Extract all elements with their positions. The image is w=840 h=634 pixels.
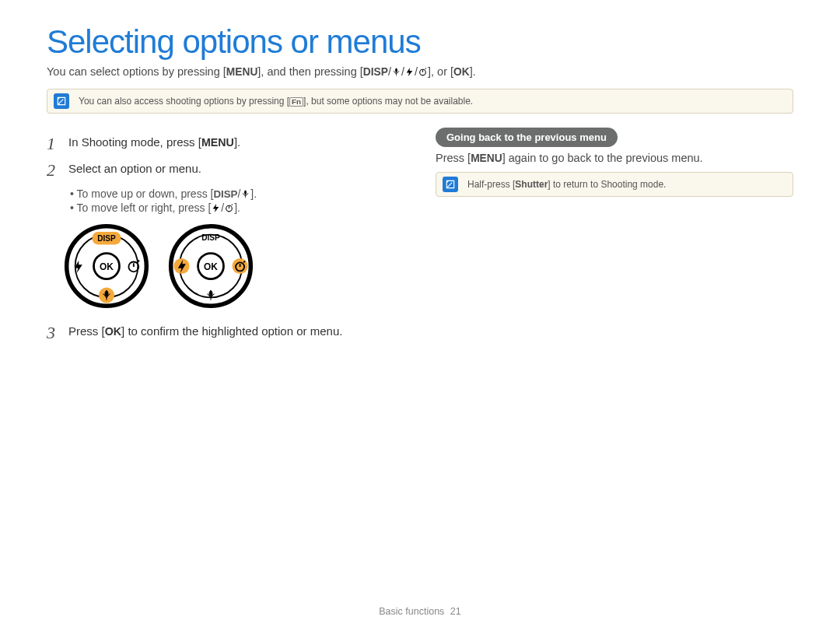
step-number: 1 bbox=[47, 134, 62, 154]
step-text: ]. bbox=[234, 135, 240, 149]
step-body: Press [OK] to confirm the highlighted op… bbox=[68, 323, 342, 343]
note-box: Half-press [Shutter] to return to Shooti… bbox=[436, 172, 793, 197]
footer-section: Basic functions bbox=[379, 606, 444, 617]
intro-text: You can select options by pressing [ bbox=[47, 65, 226, 78]
macro-icon bbox=[240, 187, 250, 200]
menu-key: MENU bbox=[226, 66, 258, 78]
shutter-key: Shutter bbox=[515, 179, 548, 190]
right-paragraph: Press [MENU] again to go back to the pre… bbox=[436, 152, 793, 164]
fn-key: Fn bbox=[289, 97, 303, 107]
subsection-heading: Going back to the previous menu bbox=[436, 128, 618, 147]
dial-horizontal: DISP OK bbox=[168, 223, 254, 309]
step-2: 2 Select an option or menu. bbox=[47, 160, 404, 180]
substep: To move up or down, press [DISP/]. bbox=[70, 187, 404, 200]
note-icon bbox=[443, 177, 458, 192]
sub-text: ]. bbox=[234, 201, 240, 214]
note-text: Half-press [ bbox=[467, 179, 515, 190]
step-3: 3 Press [OK] to confirm the highlighted … bbox=[47, 323, 404, 343]
ok-key: OK bbox=[105, 325, 121, 338]
step-body: In Shooting mode, press [MENU]. bbox=[68, 134, 240, 154]
step-text: In Shooting mode, press [ bbox=[68, 135, 201, 149]
step-body: Select an option or menu. bbox=[68, 160, 201, 180]
intro-text: ], or [ bbox=[428, 65, 453, 78]
timer-icon bbox=[224, 201, 234, 214]
sub-text: To move up or down, press [ bbox=[77, 187, 214, 200]
step-1: 1 In Shooting mode, press [MENU]. bbox=[47, 134, 404, 154]
disp-label: DISP bbox=[201, 233, 220, 242]
ok-label: OK bbox=[204, 261, 218, 271]
disp-label: DISP bbox=[97, 234, 116, 243]
flash-icon bbox=[404, 65, 415, 78]
ok-key: OK bbox=[453, 66, 470, 78]
note-text: ], but some options may not be available… bbox=[303, 96, 473, 107]
menu-key: MENU bbox=[201, 136, 234, 149]
sub-text: To move left or right, press [ bbox=[77, 201, 212, 214]
dial-vertical: DISP OK bbox=[64, 223, 149, 309]
macro-icon bbox=[391, 65, 401, 78]
note-text: You can also access shooting options by … bbox=[79, 96, 289, 107]
dial-illustrations: DISP OK bbox=[64, 223, 404, 309]
right-column: Going back to the previous menu Press [M… bbox=[436, 128, 793, 349]
disp-key: DISP bbox=[213, 188, 237, 200]
step-text: ] to confirm the highlighted option or m… bbox=[121, 324, 342, 338]
disp-key: DISP bbox=[363, 66, 388, 78]
right-text: ] again to go back to the previous menu. bbox=[502, 152, 703, 164]
ok-label: OK bbox=[100, 261, 114, 271]
timer-icon bbox=[418, 65, 428, 78]
right-text: Press [ bbox=[436, 152, 471, 164]
note-box: You can also access shooting options by … bbox=[47, 89, 793, 114]
flash-icon bbox=[211, 201, 221, 214]
intro-text: ], and then pressing [ bbox=[257, 65, 362, 78]
step-number: 3 bbox=[47, 323, 62, 343]
step-text: Press [ bbox=[68, 324, 105, 338]
substep: To move left or right, press [/]. bbox=[70, 201, 404, 214]
page-footer: Basic functions 21 bbox=[0, 606, 840, 617]
page-title: Selecting options or menus bbox=[47, 23, 793, 61]
note-text: ] to return to Shooting mode. bbox=[548, 179, 666, 190]
substep-list: To move up or down, press [DISP/]. To mo… bbox=[70, 187, 404, 214]
footer-page-number: 21 bbox=[450, 606, 461, 617]
manual-page: Selecting options or menus You can selec… bbox=[0, 0, 840, 634]
menu-key: MENU bbox=[471, 152, 502, 164]
left-column: 1 In Shooting mode, press [MENU]. 2 Sele… bbox=[47, 128, 404, 349]
intro-text: ]. bbox=[470, 65, 476, 78]
step-number: 2 bbox=[47, 160, 62, 180]
note-icon bbox=[54, 93, 69, 109]
intro-paragraph: You can select options by pressing [MENU… bbox=[47, 65, 793, 78]
sub-text: ]. bbox=[250, 187, 257, 200]
